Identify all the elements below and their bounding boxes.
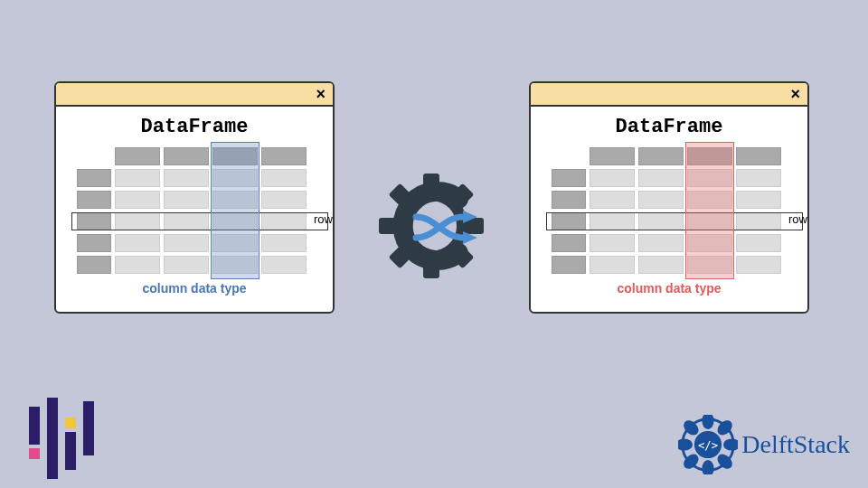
row-label: row — [788, 212, 807, 226]
window-body: DataFrame row column data type — [531, 107, 807, 312]
svg-text:</>: </> — [698, 439, 718, 452]
svg-point-21 — [723, 438, 738, 450]
svg-rect-17 — [83, 401, 94, 455]
delftstack-text: DelftStack — [741, 430, 850, 459]
svg-point-25 — [678, 438, 693, 450]
svg-rect-12 — [29, 407, 40, 445]
column-label: column data type — [542, 281, 797, 296]
dataframe-grid: row — [552, 147, 787, 274]
close-icon: × — [790, 86, 800, 102]
svg-rect-15 — [65, 418, 76, 428]
delftstack-logo: </> DelftStack — [678, 415, 850, 474]
svg-rect-16 — [65, 432, 76, 470]
dataframe-window-right: × DataFrame row column data type — [529, 81, 809, 314]
titlebar: × — [56, 83, 333, 107]
svg-point-19 — [703, 415, 714, 429]
row-label: row — [314, 212, 333, 226]
delftstack-badge-icon: </> — [678, 415, 738, 474]
dataframe-window-left: × DataFrame row column data type — [54, 81, 335, 314]
svg-rect-14 — [47, 398, 58, 479]
pandas-logo-icon — [18, 398, 99, 479]
close-icon: × — [316, 86, 326, 102]
column-label: column data type — [67, 281, 322, 296]
dataframe-grid: row — [77, 147, 312, 274]
titlebar: × — [531, 83, 807, 107]
svg-point-23 — [703, 460, 714, 474]
convert-gear-icon — [373, 167, 490, 285]
window-body: DataFrame row column data type — [56, 107, 333, 312]
svg-rect-13 — [29, 448, 40, 459]
dataframe-title: DataFrame — [542, 116, 797, 138]
dataframe-title: DataFrame — [67, 116, 322, 138]
